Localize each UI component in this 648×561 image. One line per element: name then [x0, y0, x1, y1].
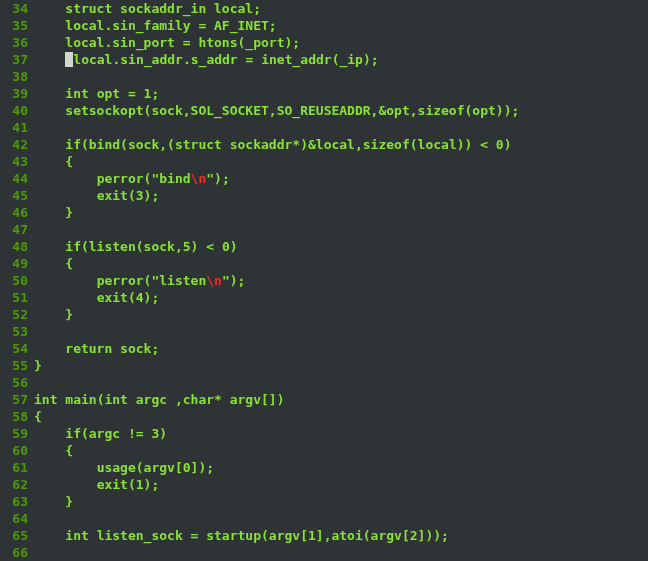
- code-content[interactable]: {: [30, 442, 73, 459]
- token-plain: [238, 52, 246, 67]
- token-plain: [128, 392, 136, 407]
- code-content[interactable]: exit(3);: [30, 187, 159, 204]
- code-line[interactable]: 37 local.sin_addr.s_addr = inet_addr(_ip…: [0, 51, 648, 68]
- token-kw: int: [104, 392, 127, 407]
- code-content[interactable]: usage(argv[0]);: [30, 459, 214, 476]
- token-id: listen: [89, 239, 136, 254]
- token-punc: ;: [151, 188, 159, 203]
- code-content[interactable]: setsockopt(sock,SOL_SOCKET,SO_REUSEADDR,…: [30, 102, 519, 119]
- code-line[interactable]: 49 {: [0, 255, 648, 272]
- code-content[interactable]: if(bind(sock,(struct sockaddr*)&local,si…: [30, 136, 512, 153]
- token-id: setsockopt: [65, 103, 143, 118]
- code-line[interactable]: 53: [0, 323, 648, 340]
- code-content[interactable]: exit(4);: [30, 289, 159, 306]
- code-line[interactable]: 52 }: [0, 306, 648, 323]
- code-line[interactable]: 63 }: [0, 493, 648, 510]
- token-id: argc: [136, 392, 167, 407]
- token-punc: ,: [355, 137, 363, 152]
- token-id: main: [65, 392, 96, 407]
- code-line[interactable]: 38: [0, 68, 648, 85]
- code-line[interactable]: 65 int listen_sock = startup(argv[1],ato…: [0, 527, 648, 544]
- code-line[interactable]: 51 exit(4);: [0, 289, 648, 306]
- code-content[interactable]: {: [30, 408, 42, 425]
- token-kw: return: [65, 341, 112, 356]
- code-line[interactable]: 48 if(listen(sock,5) < 0): [0, 238, 648, 255]
- code-line[interactable]: 44 perror("bind\n");: [0, 170, 648, 187]
- token-id: argv: [144, 460, 175, 475]
- code-line[interactable]: 58{: [0, 408, 648, 425]
- code-line[interactable]: 35 local.sin_family = AF_INET;: [0, 17, 648, 34]
- token-punc: *: [292, 137, 300, 152]
- line-number: 57: [0, 391, 30, 408]
- code-line[interactable]: 45 exit(3);: [0, 187, 648, 204]
- token-id: sin_family: [112, 18, 190, 33]
- token-id: local: [73, 52, 112, 67]
- token-punc: ;: [151, 86, 159, 101]
- code-content[interactable]: [30, 544, 34, 561]
- code-content[interactable]: }: [30, 357, 42, 374]
- code-content[interactable]: local.sin_port = htons(_port);: [30, 34, 300, 51]
- code-content[interactable]: exit(1);: [30, 476, 159, 493]
- token-punc: ,: [175, 392, 183, 407]
- code-line[interactable]: 34 struct sockaddr_in local;: [0, 0, 648, 17]
- token-punc: }: [34, 358, 42, 373]
- code-line[interactable]: 59 if(argc != 3): [0, 425, 648, 442]
- code-content[interactable]: int opt = 1;: [30, 85, 159, 102]
- code-content[interactable]: struct sockaddr_in local;: [30, 0, 261, 17]
- code-line[interactable]: 43 {: [0, 153, 648, 170]
- code-line[interactable]: 36 local.sin_port = htons(_port);: [0, 34, 648, 51]
- code-content[interactable]: }: [30, 493, 73, 510]
- token-id: argc: [89, 426, 120, 441]
- line-number: 52: [0, 306, 30, 323]
- code-line[interactable]: 60 {: [0, 442, 648, 459]
- code-line[interactable]: 46 }: [0, 204, 648, 221]
- code-line[interactable]: 61 usage(argv[0]);: [0, 459, 648, 476]
- code-content[interactable]: }: [30, 204, 73, 221]
- token-num: 1: [136, 477, 144, 492]
- token-id: sock: [151, 103, 182, 118]
- code-content[interactable]: local.sin_family = AF_INET;: [30, 17, 277, 34]
- code-content[interactable]: perror("bind\n");: [30, 170, 230, 187]
- line-number: 44: [0, 170, 30, 187]
- code-content[interactable]: {: [30, 153, 73, 170]
- code-line[interactable]: 41: [0, 119, 648, 136]
- code-line[interactable]: 62 exit(1);: [0, 476, 648, 493]
- code-content[interactable]: local.sin_addr.s_addr = inet_addr(_ip);: [30, 51, 379, 68]
- code-content[interactable]: [30, 374, 34, 391]
- code-content[interactable]: [30, 68, 34, 85]
- code-line[interactable]: 39 int opt = 1;: [0, 85, 648, 102]
- code-line[interactable]: 66: [0, 544, 648, 561]
- code-line[interactable]: 42 if(bind(sock,(struct sockaddr*)&local…: [0, 136, 648, 153]
- code-content[interactable]: }: [30, 306, 73, 323]
- code-line[interactable]: 47: [0, 221, 648, 238]
- code-content[interactable]: int main(int argc ,char* argv[]): [30, 391, 285, 408]
- code-content[interactable]: int listen_sock = startup(argv[1],atoi(a…: [30, 527, 449, 544]
- code-line[interactable]: 50 perror("listen\n");: [0, 272, 648, 289]
- token-kw: if: [65, 137, 81, 152]
- token-punc: ;: [269, 18, 277, 33]
- code-line[interactable]: 55}: [0, 357, 648, 374]
- code-content[interactable]: if(listen(sock,5) < 0): [30, 238, 238, 255]
- line-number: 41: [0, 119, 30, 136]
- code-line[interactable]: 40 setsockopt(sock,SOL_SOCKET,SO_REUSEAD…: [0, 102, 648, 119]
- line-number: 66: [0, 544, 30, 561]
- code-content[interactable]: perror("listen\n");: [30, 272, 245, 289]
- token-id: exit: [97, 188, 128, 203]
- token-kw: int: [65, 528, 88, 543]
- code-content[interactable]: return sock;: [30, 340, 159, 357]
- code-editor[interactable]: 34 struct sockaddr_in local;35 local.sin…: [0, 0, 648, 561]
- code-line[interactable]: 54 return sock;: [0, 340, 648, 357]
- code-line[interactable]: 57int main(int argc ,char* argv[]): [0, 391, 648, 408]
- code-line[interactable]: 56: [0, 374, 648, 391]
- code-content[interactable]: [30, 323, 34, 340]
- code-content[interactable]: [30, 119, 34, 136]
- code-content[interactable]: [30, 221, 34, 238]
- code-content[interactable]: if(argc != 3): [30, 425, 167, 442]
- code-content[interactable]: [30, 510, 34, 527]
- line-number: 60: [0, 442, 30, 459]
- token-id: argv: [371, 528, 402, 543]
- token-id: s_addr: [191, 52, 238, 67]
- code-line[interactable]: 64: [0, 510, 648, 527]
- token-punc: =: [128, 86, 136, 101]
- code-content[interactable]: {: [30, 255, 73, 272]
